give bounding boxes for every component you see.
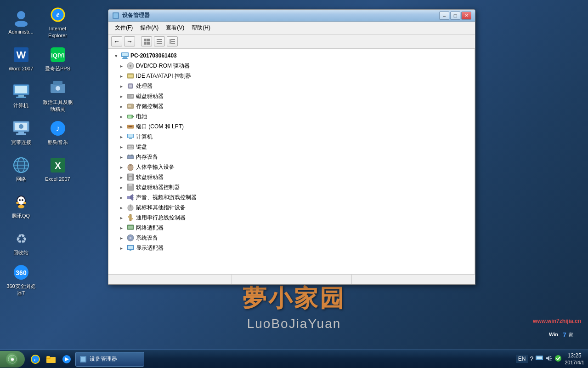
tree-item-14[interactable]: ▸ 鼠标和其他指针设备 [108, 202, 475, 213]
svg-rect-83 [129, 146, 130, 147]
desktop: Administr... W Word 2007 计算 [0, 0, 588, 368]
desktop-icon-excel[interactable]: X Excel 2007 [40, 151, 75, 188]
menu-action[interactable]: 操作(A) [136, 23, 162, 33]
svg-rect-127 [81, 357, 85, 362]
tree-item-13[interactable]: ▸ 声音、视频和游戏控制器 [108, 192, 475, 202]
desktop-icon-ie[interactable]: e Internet Explorer [40, 4, 75, 40]
toggle-2[interactable]: ▸ [118, 82, 125, 90]
toggle-18[interactable]: ▸ [118, 244, 125, 252]
tree-item-4[interactable]: ▸ 存储控制器 [108, 101, 475, 111]
toggle-12[interactable]: ▸ [118, 184, 125, 191]
tree-item-6[interactable]: ▸ 端口 (COM 和 LPT) [108, 121, 475, 132]
taskbar-folder-icon[interactable] [44, 352, 58, 366]
status-panel-1 [112, 275, 232, 284]
desktop-icon-kugou[interactable]: ♪ 酷狗音乐 [40, 114, 75, 151]
tree-item-5[interactable]: ▸ 电池 [108, 111, 475, 121]
toggle-7[interactable]: ▸ [118, 133, 125, 140]
toggle-4[interactable]: ▸ [118, 103, 125, 110]
toggle-1[interactable]: ▸ [118, 72, 125, 80]
menu-help[interactable]: 帮助(H) [188, 23, 214, 33]
menu-file[interactable]: 文件(F) [111, 23, 136, 33]
minimize-button[interactable]: – [439, 12, 449, 20]
toggle-0[interactable]: ▸ [118, 62, 125, 69]
svg-rect-64 [128, 75, 133, 77]
tree-item-9[interactable]: ▸ 内存设备 [108, 152, 475, 162]
toolbar-back[interactable]: ← [111, 36, 122, 46]
svg-rect-129 [537, 356, 542, 359]
tree-item-7[interactable]: ▸ 计算机 [108, 132, 475, 142]
svg-rect-114 [128, 246, 133, 249]
tree-item-1[interactable]: ▸ IDE ATA/ATAPI 控制器 [108, 71, 475, 81]
tree-panel[interactable]: ▾ PC-201703061403 ▸ [108, 49, 475, 274]
desktop-icon-word[interactable]: W Word 2007 [4, 40, 38, 77]
tree-item-12[interactable]: ▸ 软盘驱动器控制器 [108, 182, 475, 192]
toggle-3[interactable]: ▸ [118, 92, 125, 100]
maximize-button[interactable]: □ [450, 12, 460, 20]
toggle-5[interactable]: ▸ [118, 113, 125, 120]
desktop-icon-recycle[interactable]: ♻ 回收站 [4, 224, 38, 261]
start-button[interactable]: ⊞ [0, 351, 25, 368]
desktop-icon-360[interactable]: 360 360安全浏览器7 [4, 261, 38, 298]
toggle-17[interactable]: ▸ [118, 234, 125, 242]
svg-rect-82 [128, 146, 129, 147]
toggle-10[interactable]: ▸ [118, 163, 125, 171]
system-clock[interactable]: 13:25 2017/4/1 [565, 352, 584, 366]
menu-view[interactable]: 查看(V) [162, 23, 188, 33]
tree-item-2[interactable]: ▸ 处理器 [108, 81, 475, 91]
desktop-icon-admin[interactable]: Administr... [4, 4, 38, 40]
recycle-icon: ♻ [12, 230, 30, 248]
taskbar-task-devmgr[interactable]: 设备管理器 [75, 352, 144, 367]
svg-text:♪: ♪ [56, 124, 60, 133]
tree-item-10[interactable]: ▸ 人体学输入设备 [108, 162, 475, 172]
close-button[interactable]: ✕ [461, 12, 471, 20]
svg-rect-47 [147, 39, 150, 41]
toggle-9[interactable]: ▸ [118, 153, 125, 161]
tree-root[interactable]: ▾ PC-201703061403 [108, 51, 475, 61]
systray-question[interactable]: ? [530, 355, 533, 362]
iqiyi-label: 爱奇艺PPS [45, 65, 70, 72]
taskbar-media-icon[interactable] [60, 352, 74, 366]
toolbar-view3[interactable] [167, 36, 178, 46]
tree-item-0[interactable]: ▸ DVD/CD-ROM 驱动器 [108, 61, 475, 71]
desktop-icon-tools[interactable]: 激活工具及驱动精灵 [40, 77, 75, 114]
toggle-8[interactable]: ▸ [118, 143, 125, 150]
toolbar-view1[interactable] [141, 36, 152, 46]
volume-tray-icon[interactable] [545, 355, 553, 363]
toggle-16[interactable]: ▸ [118, 224, 125, 231]
svg-rect-112 [130, 237, 131, 239]
toolbar-forward[interactable]: → [124, 36, 135, 46]
icon-port [126, 122, 135, 131]
tree-item-15[interactable]: ▸ 通用串行总线控制器 [108, 213, 475, 223]
start-orb: ⊞ [6, 353, 19, 366]
tree-item-17[interactable]: ▸ 系统设备 [108, 233, 475, 243]
toggle-14[interactable]: ▸ [118, 204, 125, 211]
tree-item-8[interactable]: ▸ 键盘 [108, 142, 475, 152]
svg-text:iQIYI: iQIYI [51, 52, 65, 59]
desktop-icon-iqiyi[interactable]: iQIYI 爱奇艺PPS [40, 40, 75, 77]
toggle-6[interactable]: ▸ [118, 123, 125, 130]
svg-rect-45 [113, 13, 118, 18]
taskbar-ie-icon[interactable]: e [28, 352, 42, 366]
icon-storage [126, 102, 135, 110]
network-tray-icon[interactable] [535, 355, 543, 362]
tree-item-18[interactable]: ▸ 显示适配器 [108, 243, 475, 253]
tree-item-3[interactable]: ▸ 磁盘驱动器 [108, 91, 475, 101]
svg-text:Win: Win [549, 332, 558, 337]
toggle-13[interactable]: ▸ [118, 194, 125, 201]
desktop-icon-qq[interactable]: 腾讯QQ [4, 188, 38, 224]
svg-rect-99 [127, 196, 130, 199]
root-toggle[interactable]: ▾ [112, 52, 119, 59]
admin-icon [12, 9, 30, 27]
lang-indicator[interactable]: EN [516, 355, 528, 363]
tree-item-11[interactable]: ▸ 软盘驱动器 [108, 172, 475, 182]
toggle-11[interactable]: ▸ [118, 173, 125, 181]
antivirus-tray-icon[interactable] [554, 355, 562, 363]
desktop-icon-computer[interactable]: 计算机 [4, 77, 38, 114]
desktop-icon-broadband[interactable]: 宽带连接 [4, 114, 38, 151]
toolbar-view2[interactable] [154, 36, 165, 46]
watermark-site: www.win7zhijia.cn [533, 318, 581, 324]
toggle-15[interactable]: ▸ [118, 214, 125, 221]
tree-item-16[interactable]: ▸ 网络适配器 [108, 223, 475, 233]
desktop-icon-network[interactable]: 网络 [4, 151, 38, 188]
label-0: DVD/CD-ROM 驱动器 [136, 62, 190, 70]
